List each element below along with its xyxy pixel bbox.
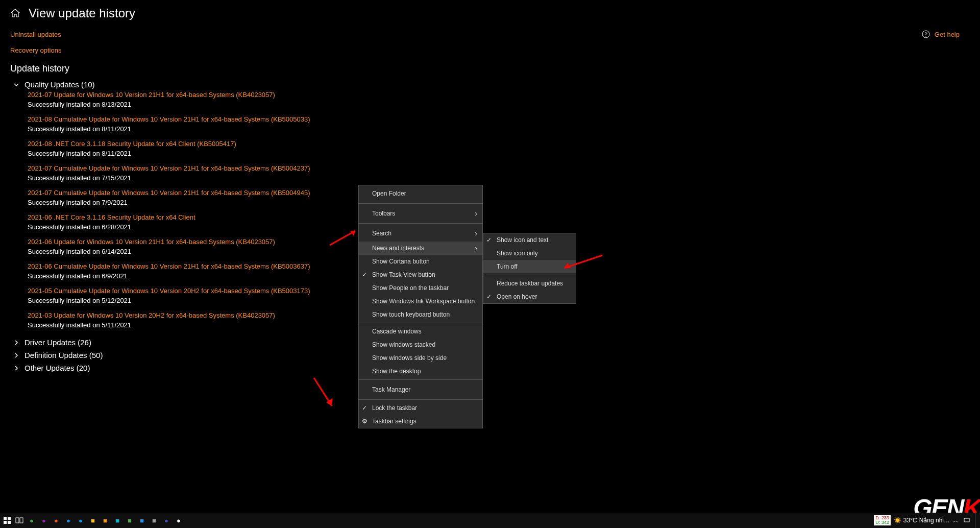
menu-label: Open on hover bbox=[497, 293, 537, 300]
menu-taskview[interactable]: ✓ Show Task View button bbox=[359, 268, 482, 281]
taskbar-app-icon[interactable]: ■ bbox=[112, 515, 122, 525]
badge-up: U: 342 bbox=[875, 520, 889, 525]
other-updates-group[interactable]: Other Updates (20) bbox=[13, 362, 970, 374]
update-item: 2021-08 .NET Core 3.1.18 Security Update… bbox=[28, 140, 970, 157]
update-link[interactable]: 2021-08 .NET Core 3.1.18 Security Update… bbox=[28, 140, 970, 148]
update-link[interactable]: 2021-03 Update for Windows 10 Version 20… bbox=[28, 311, 970, 319]
menu-separator bbox=[359, 399, 482, 400]
taskbar-app-icon[interactable]: ● bbox=[76, 515, 86, 525]
quality-updates-group[interactable]: Quality Updates (10) bbox=[13, 78, 970, 91]
tray-chevron[interactable]: ︿ bbox=[953, 517, 959, 524]
taskbar-app-icon[interactable]: ■ bbox=[100, 515, 110, 525]
submenu-reduce[interactable]: Reduce taskbar updates bbox=[483, 277, 576, 290]
menu-separator bbox=[483, 275, 576, 275]
get-help-link[interactable]: Get help bbox=[921, 30, 960, 39]
update-link[interactable]: 2021-07 Cumulative Update for Windows 10… bbox=[28, 164, 970, 172]
menu-ink[interactable]: Show Windows Ink Workspace button bbox=[359, 295, 482, 308]
menu-lock-taskbar[interactable]: ✓ Lock the taskbar bbox=[359, 401, 482, 415]
update-link[interactable]: 2021-06 .NET Core 3.1.16 Security Update… bbox=[28, 213, 970, 221]
update-status: Successfully installed on 8/13/2021 bbox=[28, 101, 970, 108]
menu-stacked[interactable]: Show windows stacked bbox=[359, 338, 482, 351]
uninstall-updates-link[interactable]: Uninstall updates bbox=[10, 31, 970, 38]
definition-updates-group[interactable]: Definition Updates (50) bbox=[13, 349, 970, 362]
menu-label: Show Task View button bbox=[372, 271, 435, 278]
menu-open-folder[interactable]: Open Folder bbox=[359, 185, 482, 202]
taskview-icon[interactable] bbox=[14, 515, 24, 525]
update-link[interactable]: 2021-07 Cumulative Update for Windows 10… bbox=[28, 189, 970, 197]
update-status: Successfully installed on 5/11/2021 bbox=[28, 321, 970, 329]
svg-point-1 bbox=[925, 36, 926, 36]
show-desktop-button[interactable] bbox=[975, 513, 978, 528]
menu-cascade[interactable]: Cascade windows bbox=[359, 325, 482, 338]
taskbar-app-icon[interactable]: ■ bbox=[137, 515, 147, 525]
menu-separator bbox=[359, 379, 482, 380]
get-help-label: Get help bbox=[935, 31, 960, 38]
menu-cortana[interactable]: Show Cortana button bbox=[359, 255, 482, 268]
network-badge[interactable]: D: 233 U: 342 bbox=[874, 515, 891, 525]
page-title: View update history bbox=[29, 6, 135, 20]
help-icon bbox=[921, 30, 930, 39]
check-icon: ✓ bbox=[486, 236, 492, 244]
menu-taskbar-settings[interactable]: ⚙ Taskbar settings bbox=[359, 415, 482, 428]
svg-rect-9 bbox=[8, 517, 11, 520]
menu-touch[interactable]: Show touch keyboard button bbox=[359, 308, 482, 321]
menu-separator bbox=[359, 203, 482, 204]
taskbar-app-icon[interactable]: ● bbox=[39, 515, 49, 525]
update-link[interactable]: 2021-07 Update for Windows 10 Version 21… bbox=[28, 91, 970, 99]
group-label: Quality Updates (10) bbox=[24, 80, 95, 89]
menu-search[interactable]: Search bbox=[359, 225, 482, 242]
weather-temp: 33°C bbox=[903, 517, 917, 524]
taskbar-app-icon[interactable]: ■ bbox=[149, 515, 159, 525]
menu-sidebyside[interactable]: Show windows side by side bbox=[359, 351, 482, 365]
menu-show-desktop[interactable]: Show the desktop bbox=[359, 365, 482, 378]
tray-icon[interactable] bbox=[962, 515, 972, 525]
update-item: 2021-03 Update for Windows 10 Version 20… bbox=[28, 311, 970, 329]
taskbar-app-icon[interactable]: ● bbox=[27, 515, 37, 525]
chevron-down-icon bbox=[13, 81, 20, 88]
update-link[interactable]: 2021-08 Cumulative Update for Windows 10… bbox=[28, 115, 970, 123]
menu-people[interactable]: Show People on the taskbar bbox=[359, 281, 482, 295]
menu-label: Lock the taskbar bbox=[372, 404, 417, 412]
menu-news-interests[interactable]: News and interests bbox=[359, 242, 482, 255]
svg-rect-11 bbox=[8, 521, 11, 524]
check-icon: ✓ bbox=[362, 404, 367, 412]
update-item: 2021-07 Update for Windows 10 Version 21… bbox=[28, 91, 970, 108]
menu-label: Show icon and text bbox=[497, 236, 548, 244]
menu-taskmgr[interactable]: Task Manager bbox=[359, 381, 482, 398]
taskbar-app-icon[interactable]: ● bbox=[161, 515, 172, 525]
taskbar-app-icon[interactable]: ■ bbox=[125, 515, 135, 525]
gear-icon: ⚙ bbox=[362, 418, 368, 425]
menu-label: Taskbar settings bbox=[372, 418, 416, 425]
submenu-icon-text[interactable]: ✓ Show icon and text bbox=[483, 233, 576, 247]
group-label: Definition Updates (50) bbox=[24, 351, 103, 359]
taskbar-app-icon[interactable]: ● bbox=[174, 515, 184, 525]
svg-rect-8 bbox=[4, 517, 7, 520]
group-label: Other Updates (20) bbox=[24, 364, 90, 372]
taskbar-app-icon[interactable]: ■ bbox=[88, 515, 98, 525]
weather-icon: ☀️ bbox=[894, 517, 901, 524]
weather-widget[interactable]: ☀️ 33°C Nắng nhi… bbox=[894, 517, 950, 524]
weather-text: Nắng nhi… bbox=[919, 517, 950, 524]
submenu-turn-off[interactable]: Turn off bbox=[483, 260, 576, 273]
update-item: 2021-08 Cumulative Update for Windows 10… bbox=[28, 115, 970, 133]
svg-rect-12 bbox=[16, 518, 19, 523]
submenu-hover[interactable]: ✓ Open on hover bbox=[483, 290, 576, 303]
update-status: Successfully installed on 8/11/2021 bbox=[28, 125, 970, 133]
news-interests-submenu: ✓ Show icon and text Show icon only Turn… bbox=[483, 233, 576, 304]
driver-updates-group[interactable]: Driver Updates (26) bbox=[13, 336, 970, 349]
update-item: 2021-07 Cumulative Update for Windows 10… bbox=[28, 164, 970, 182]
annotation-arrow bbox=[304, 373, 345, 414]
update-status: Successfully installed on 6/28/2021 bbox=[28, 223, 970, 231]
submenu-icon-only[interactable]: Show icon only bbox=[483, 247, 576, 260]
start-button[interactable] bbox=[2, 515, 12, 525]
chevron-right-icon bbox=[13, 339, 20, 346]
update-status: Successfully installed on 7/9/2021 bbox=[28, 199, 970, 206]
recovery-options-link[interactable]: Recovery options bbox=[10, 46, 970, 54]
taskbar-app-icon[interactable]: ● bbox=[63, 515, 74, 525]
update-status: Successfully installed on 7/15/2021 bbox=[28, 174, 970, 182]
menu-toolbars[interactable]: Toolbars bbox=[359, 205, 482, 222]
home-icon[interactable] bbox=[10, 8, 20, 18]
taskbar-left: ● ● ● ● ● ■ ■ ■ ■ ■ ■ ● ● bbox=[2, 515, 184, 525]
taskbar-app-icon[interactable]: ● bbox=[51, 515, 61, 525]
svg-marker-7 bbox=[326, 398, 332, 406]
